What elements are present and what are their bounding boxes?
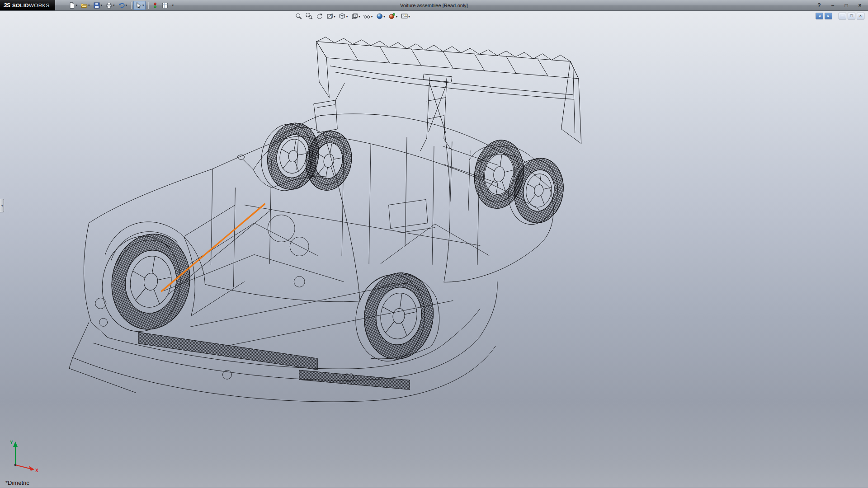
save-button[interactable]: ▾ [92,1,104,10]
reference-triad: Y X [5,437,41,475]
feature-panel-collapse-handle[interactable]: ◂ [0,199,4,212]
open-icon [80,2,88,9]
model-wireframe[interactable] [0,11,868,488]
brand-works: WORKS [29,3,49,8]
display-style-icon [351,13,358,20]
dropdown-caret-icon: ▾ [113,4,115,7]
selection-filter-button[interactable] [151,1,160,10]
dropdown-caret-icon: ▾ [334,15,335,18]
view-settings-button[interactable]: ▾ [400,12,410,20]
selection-filter-icon [152,2,158,9]
minimize-button[interactable]: – [829,0,836,10]
dropdown-caret-icon: ▾ [88,4,90,7]
edit-appearance-button[interactable]: ▾ [375,12,386,20]
dropdown-caret-icon: ▾ [172,4,174,7]
graphics-viewport[interactable]: ▾ ▾ ▾ ▾ [0,11,868,488]
document-window-controls: ◂ ▸ – □ × [816,13,864,19]
help-button[interactable]: ? [816,0,823,10]
standard-toolbar: ▾ ▾ ▾ ▾ [67,1,175,10]
sketch-sheet-icon [161,2,169,9]
brand-solid: SOLID [12,3,29,8]
x-axis-label: X [35,468,38,473]
heads-up-view-toolbar: ▾ ▾ ▾ ▾ [294,12,410,20]
dropdown-caret-icon: ▾ [371,15,373,18]
title-bar: 3S SOLIDWORKS ▾ ▾ ▾ [0,0,868,11]
dropdown-caret-icon: ▾ [396,15,398,18]
print-button[interactable]: ▾ [104,1,116,10]
display-style-button[interactable]: ▾ [350,12,361,20]
previous-view-icon [316,13,323,20]
hide-show-glasses-icon [363,13,371,20]
view-settings-eye-icon [401,13,408,20]
toolbar-options-button[interactable]: ▾ [170,1,175,10]
view-orientation-cube-icon [339,13,346,20]
toolbar-separator [148,2,148,9]
select-cursor-icon [135,2,142,9]
print-icon [105,2,113,9]
close-document-button[interactable]: × [857,13,864,19]
zoom-to-fit-button[interactable] [294,12,302,20]
open-button[interactable]: ▾ [79,1,91,10]
restore-document-button[interactable]: □ [848,13,855,19]
orientation-label: *Dimetric [5,479,29,486]
previous-view-button[interactable] [315,12,323,20]
toolbar-separator [131,2,131,9]
next-document-button[interactable]: ▸ [825,13,832,19]
dropdown-caret-icon: ▾ [101,4,103,7]
hide-show-items-button[interactable]: ▾ [363,12,373,20]
dropdown-caret-icon: ▾ [346,15,348,18]
close-button[interactable]: × [856,0,863,10]
maximize-button[interactable]: □ [843,0,850,10]
save-icon [93,2,100,9]
apply-scene-button[interactable]: ▾ [388,12,398,20]
previous-document-button[interactable]: ◂ [816,13,823,19]
y-axis-label: Y [10,440,13,445]
y-axis-arrow-icon [13,441,18,447]
zoom-to-area-button[interactable] [305,12,313,20]
dropdown-caret-icon: ▾ [142,4,144,7]
zoom-to-fit-icon [295,13,302,20]
section-view-button[interactable]: ▾ [326,12,336,20]
dassault-3s-logo-icon: 3S [4,2,10,9]
mesh-panels [139,332,410,389]
appearance-sphere-icon [376,13,383,20]
window-controls: ? – □ × [816,0,868,10]
dropdown-caret-icon: ▾ [408,15,410,18]
apply-scene-icon [388,13,396,20]
dropdown-caret-icon: ▾ [126,4,127,7]
dropdown-caret-icon: ▾ [383,15,385,18]
collapse-arrow-icon: ◂ [1,204,3,207]
wheel-front-left [95,227,197,338]
section-view-icon [326,13,333,20]
zoom-to-area-icon [305,13,312,20]
dropdown-caret-icon: ▾ [359,15,360,18]
rear-wing [316,37,581,151]
new-document-button[interactable]: ▾ [67,1,79,10]
wheel-rear-left [350,267,439,367]
new-document-icon [68,2,75,9]
undo-icon [118,2,125,9]
solidworks-logo: 3S SOLIDWORKS [0,0,55,10]
view-orientation-button[interactable]: ▾ [338,12,349,20]
document-title: Voiture assemblee [Read-only] [400,0,468,11]
sketch-sheet-button[interactable] [160,1,170,10]
solidworks-window: 3S SOLIDWORKS ▾ ▾ ▾ [0,0,868,488]
select-button[interactable]: ▾ [133,1,146,10]
dropdown-caret-icon: ▾ [76,4,78,7]
minimize-document-button[interactable]: – [839,13,846,19]
undo-button[interactable]: ▾ [117,1,129,10]
